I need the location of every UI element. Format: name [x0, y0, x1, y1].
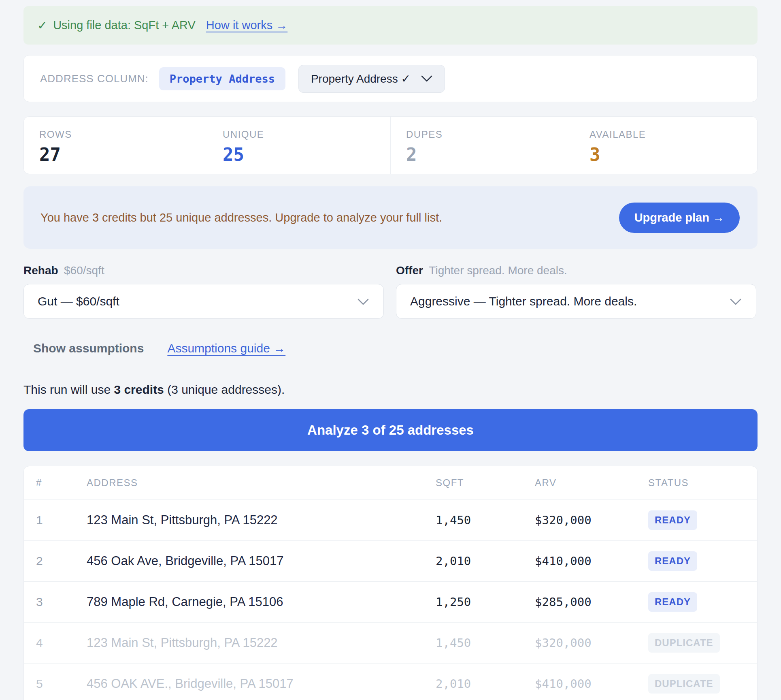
row-number: 5 — [36, 677, 87, 691]
upgrade-message: You have 3 credits but 25 unique address… — [40, 211, 442, 224]
show-assumptions-toggle[interactable]: Show assumptions — [33, 341, 144, 355]
stat-dupes: DUPES 2 — [390, 117, 574, 174]
header-status: STATUS — [648, 477, 757, 489]
status-badge: READY — [648, 510, 697, 530]
rehab-hint: $60/sqft — [64, 264, 104, 277]
row-address: 789 Maple Rd, Carnegie, PA 15106 — [87, 595, 436, 609]
row-sqft: 2,010 — [436, 677, 535, 691]
offer-hint: Tighter spread. More deals. — [429, 264, 567, 277]
credits-note-suffix: (3 unique addresses). — [164, 383, 285, 396]
stat-available: AVAILABLE 3 — [574, 117, 757, 174]
row-sqft: 1,450 — [436, 513, 535, 527]
header-arv: ARV — [535, 477, 648, 489]
table-row: 4 123 Main St, Pittsburgh, PA 15222 1,45… — [24, 622, 757, 663]
offer-select[interactable]: Aggressive — Tighter spread. More deals. — [396, 284, 756, 319]
address-column-badge: Property Address — [159, 67, 285, 90]
header-address: ADDRESS — [87, 477, 436, 489]
row-arv: $320,000 — [535, 513, 648, 527]
assumptions-guide-link[interactable]: Assumptions guide → — [167, 341, 285, 355]
upgrade-plan-button[interactable]: Upgrade plan → — [619, 203, 740, 233]
stat-rows-value: 27 — [39, 144, 207, 165]
offer-label: Offer — [396, 264, 423, 277]
address-column-label: ADDRESS COLUMN: — [40, 73, 149, 85]
row-address: 456 OAK AVE., Bridgeville, PA 15017 — [87, 677, 436, 691]
row-number: 4 — [36, 636, 87, 650]
rehab-select-value: Gut — $60/sqft — [38, 295, 119, 308]
status-badge: READY — [648, 551, 697, 571]
rehab-label-group: Rehab $60/sqft — [23, 264, 384, 277]
stat-available-label: AVAILABLE — [589, 129, 757, 140]
stats-row: ROWS 27 UNIQUE 25 DUPES 2 AVAILABLE 3 — [23, 116, 758, 174]
stat-available-value: 3 — [589, 144, 757, 165]
table-row: 5 456 OAK AVE., Bridgeville, PA 15017 2,… — [24, 663, 757, 700]
address-column-select-value: Property Address ✓ — [311, 72, 411, 85]
header-sqft: SQFT — [436, 477, 535, 489]
how-it-works-link[interactable]: How it works → — [206, 19, 287, 32]
table-row: 1 123 Main St, Pittsburgh, PA 15222 1,45… — [24, 499, 757, 540]
status-badge: READY — [648, 592, 697, 612]
addresses-table: # ADDRESS SQFT ARV STATUS 1 123 Main St,… — [23, 466, 758, 700]
row-number: 2 — [36, 554, 87, 568]
chevron-down-icon — [730, 295, 741, 308]
stat-dupes-label: DUPES — [406, 129, 574, 140]
row-arv: $410,000 — [535, 677, 648, 691]
table-row: 2 456 Oak Ave, Bridgeville, PA 15017 2,0… — [24, 540, 757, 581]
row-arv: $410,000 — [535, 554, 648, 568]
table-header: # ADDRESS SQFT ARV STATUS — [24, 466, 757, 499]
selects-row: Gut — $60/sqft Aggressive — Tighter spre… — [23, 284, 758, 319]
stat-unique-value: 25 — [223, 144, 390, 165]
stat-unique-label: UNIQUE — [223, 129, 390, 140]
row-arv: $285,000 — [535, 595, 648, 609]
row-address: 456 Oak Ave, Bridgeville, PA 15017 — [87, 554, 436, 568]
status-badge: DUPLICATE — [648, 674, 720, 694]
stat-rows: ROWS 27 — [24, 117, 207, 174]
analyze-button[interactable]: Analyze 3 of 25 addresses — [23, 409, 758, 451]
stat-dupes-value: 2 — [406, 144, 574, 165]
credits-note-bold: 3 credits — [114, 383, 164, 396]
page: ✓ Using file data: SqFt + ARV How it wor… — [0, 0, 781, 700]
offer-label-group: Offer Tighter spread. More deals. — [396, 264, 756, 277]
option-labels-row: Rehab $60/sqft Offer Tighter spread. Mor… — [23, 264, 758, 277]
status-badge: DUPLICATE — [648, 633, 720, 653]
address-column-card: ADDRESS COLUMN: Property Address Propert… — [23, 55, 758, 102]
row-sqft: 1,250 — [436, 595, 535, 609]
file-data-banner: ✓ Using file data: SqFt + ARV How it wor… — [23, 6, 758, 45]
row-address: 123 Main St, Pittsburgh, PA 15222 — [87, 513, 436, 527]
stat-unique: UNIQUE 25 — [207, 117, 390, 174]
assumptions-row: Show assumptions Assumptions guide → — [33, 341, 758, 355]
chevron-down-icon — [358, 295, 369, 308]
offer-select-value: Aggressive — Tighter spread. More deals. — [410, 295, 637, 308]
row-sqft: 2,010 — [436, 554, 535, 568]
credits-note-prefix: This run will use — [23, 383, 114, 396]
row-number: 3 — [36, 595, 87, 609]
header-num: # — [36, 477, 87, 489]
row-address: 123 Main St, Pittsburgh, PA 15222 — [87, 636, 436, 650]
rehab-select[interactable]: Gut — $60/sqft — [23, 284, 384, 319]
address-column-select[interactable]: Property Address ✓ — [298, 65, 445, 93]
checkmark-icon: ✓ — [37, 18, 47, 32]
chevron-down-icon — [421, 72, 432, 85]
rehab-label: Rehab — [23, 264, 58, 277]
stat-rows-label: ROWS — [39, 129, 207, 140]
file-data-message: Using file data: SqFt + ARV — [53, 19, 196, 32]
upgrade-banner: You have 3 credits but 25 unique address… — [23, 186, 758, 249]
row-arv: $320,000 — [535, 636, 648, 650]
row-sqft: 1,450 — [436, 636, 535, 650]
table-row: 3 789 Maple Rd, Carnegie, PA 15106 1,250… — [24, 581, 757, 622]
row-number: 1 — [36, 513, 87, 527]
credits-note: This run will use 3 credits (3 unique ad… — [23, 383, 758, 397]
